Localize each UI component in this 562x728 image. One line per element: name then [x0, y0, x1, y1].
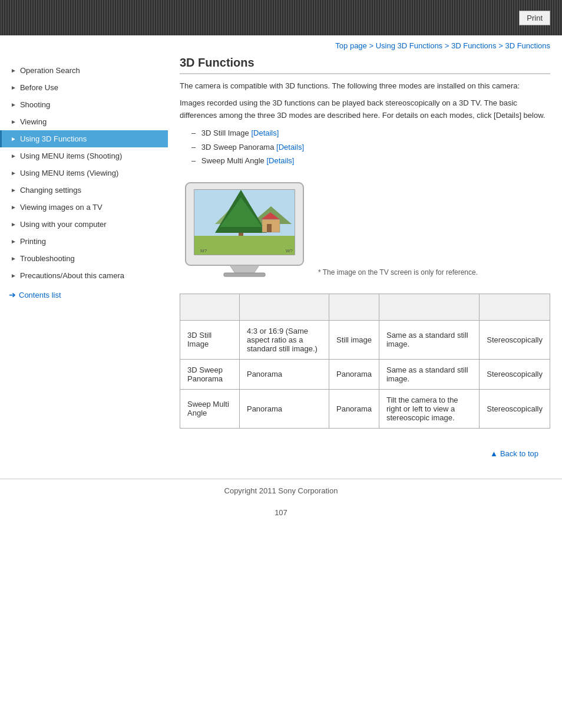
arrow-icon: ►	[11, 84, 16, 91]
page-title: 3D Functions	[180, 56, 550, 74]
table-cell: Panorama	[329, 359, 379, 389]
sidebar-item-label: Troubleshooting	[20, 254, 75, 263]
breadcrumb-sep3: >	[498, 41, 505, 50]
breadcrumb-3d-functions[interactable]: 3D Functions	[451, 41, 497, 50]
table-cell: Stereoscopically	[480, 389, 550, 428]
details-link-still[interactable]: [Details]	[251, 129, 279, 137]
sidebar-item-viewing-tv[interactable]: ► Viewing images on a TV	[0, 199, 168, 216]
table-cell: 3D Sweep Panorama	[180, 359, 240, 389]
copyright-text: Copyright 2011 Sony Corporation	[224, 486, 338, 495]
sidebar-item-using-computer[interactable]: ► Using with your computer	[0, 216, 168, 233]
tv-note: * The image on the TV screen is only for…	[318, 268, 478, 276]
table-cell: Panorama	[329, 389, 379, 428]
sidebar-item-label: Precautions/About this camera	[20, 271, 124, 280]
sidebar-item-label: Viewing	[20, 117, 47, 126]
sidebar-item-label: Using 3D Functions	[20, 134, 87, 143]
arrow-icon: ►	[11, 136, 16, 142]
print-button[interactable]: Print	[519, 11, 550, 25]
sidebar-item-troubleshooting[interactable]: ► Troubleshooting	[0, 250, 168, 267]
table-cell: Tilt the camera to the right or left to …	[379, 389, 479, 428]
breadcrumb-3d-functions-current[interactable]: 3D Functions	[505, 41, 550, 50]
table-header-row	[180, 294, 550, 320]
tv-image-section: M? W? * The image on the TV screen is on…	[180, 177, 550, 282]
svg-rect-12	[194, 236, 295, 255]
table-row: Sweep Multi Angle Panorama Panorama Tilt…	[180, 389, 550, 428]
tv-illustration: M? W?	[180, 177, 309, 280]
bullet-list: 3D Still Image [Details] 3D Sweep Panora…	[180, 126, 550, 167]
table-cell: Stereoscopically	[480, 320, 550, 359]
contents-list-link[interactable]: ➔ Contents list	[0, 284, 168, 305]
arrow-icon: ►	[11, 255, 16, 262]
table-cell: Panorama	[239, 389, 329, 428]
intro-para2: Images recorded using the 3D functions c…	[180, 97, 550, 122]
table-header-1	[180, 294, 240, 320]
sidebar-item-using-3d[interactable]: ► Using 3D Functions	[0, 130, 168, 147]
layout: ► Operation Search ► Before Use ► Shooti…	[0, 56, 562, 479]
breadcrumb-top-page[interactable]: Top page	[335, 41, 367, 50]
svg-text:M?: M?	[200, 248, 207, 253]
arrow-icon: ►	[11, 272, 16, 279]
sidebar-item-precautions[interactable]: ► Precautions/About this camera	[0, 267, 168, 284]
arrow-icon: ►	[11, 67, 16, 74]
svg-rect-11	[267, 224, 272, 232]
sidebar-item-shooting[interactable]: ► Shooting	[0, 96, 168, 113]
table-cell: Panorama	[239, 359, 329, 389]
details-link-multi[interactable]: [Details]	[266, 156, 294, 165]
contents-list-label: Contents list	[19, 291, 61, 299]
table-header-5	[480, 294, 550, 320]
arrow-icon: ►	[11, 170, 16, 176]
sidebar-item-viewing[interactable]: ► Viewing	[0, 113, 168, 130]
back-to-top-label: Back to top	[500, 449, 538, 458]
svg-text:W?: W?	[286, 248, 293, 253]
sidebar-item-label: Printing	[20, 237, 46, 246]
arrow-icon: ►	[11, 118, 16, 125]
sidebar-item-operation-search[interactable]: ► Operation Search	[0, 62, 168, 79]
table-cell: Same as a standard still image.	[379, 320, 479, 359]
breadcrumb-using-3d[interactable]: Using 3D Functions	[376, 41, 442, 50]
sidebar: ► Operation Search ► Before Use ► Shooti…	[0, 56, 168, 479]
details-link-panorama[interactable]: [Details]	[276, 143, 304, 151]
arrow-icon: ►	[11, 187, 16, 193]
table-cell: Sweep Multi Angle	[180, 389, 240, 428]
table-header-2	[239, 294, 329, 320]
sidebar-item-label: Viewing images on a TV	[20, 203, 103, 212]
sidebar-item-label: Operation Search	[20, 66, 80, 75]
sidebar-item-label: Before Use	[20, 83, 58, 92]
back-to-top-bar: ▲ Back to top	[180, 440, 550, 467]
footer: Copyright 2011 Sony Corporation	[0, 479, 562, 502]
table-row: 3D Still Image 4:3 or 16:9 (Same aspect …	[180, 320, 550, 359]
list-item-3d-still: 3D Still Image [Details]	[191, 126, 550, 140]
data-table: 3D Still Image 4:3 or 16:9 (Same aspect …	[180, 294, 550, 429]
table-header-4	[379, 294, 479, 320]
table-cell: 3D Still Image	[180, 320, 240, 359]
arrow-icon: ►	[11, 153, 16, 159]
table-cell: Still image	[329, 320, 379, 359]
sidebar-item-using-menu-viewing[interactable]: ► Using MENU items (Viewing)	[0, 164, 168, 182]
intro-para1: The camera is compatible with 3D functio…	[180, 80, 550, 93]
table-header-3	[329, 294, 379, 320]
back-to-top-icon: ▲	[490, 449, 498, 458]
list-item-sweep-multi: Sweep Multi Angle [Details]	[191, 154, 550, 167]
sidebar-item-using-menu-shooting[interactable]: ► Using MENU items (Shooting)	[0, 147, 168, 164]
arrow-icon: ►	[11, 101, 16, 108]
table-cell: 4:3 or 16:9 (Same aspect ratio as a stan…	[239, 320, 329, 359]
list-item-text: Sweep Multi Angle	[201, 156, 267, 165]
tv-image: M? W?	[180, 177, 309, 282]
sidebar-item-before-use[interactable]: ► Before Use	[0, 79, 168, 96]
table-cell: Same as a standard still image.	[379, 359, 479, 389]
arrow-right-icon: ➔	[9, 290, 16, 299]
arrow-icon: ►	[11, 238, 16, 245]
sidebar-item-label: Changing settings	[20, 186, 81, 195]
sidebar-item-changing-settings[interactable]: ► Changing settings	[0, 182, 168, 199]
page-number: 107	[0, 502, 562, 523]
sidebar-item-label: Using MENU items (Shooting)	[20, 151, 122, 160]
back-to-top-link[interactable]: ▲ Back to top	[490, 449, 538, 458]
breadcrumb-sep2: >	[445, 41, 451, 50]
sidebar-item-printing[interactable]: ► Printing	[0, 233, 168, 250]
list-item-sweep-panorama: 3D Sweep Panorama [Details]	[191, 140, 550, 154]
table-row: 3D Sweep Panorama Panorama Panorama Same…	[180, 359, 550, 389]
svg-rect-14	[224, 273, 265, 276]
sidebar-item-label: Using with your computer	[20, 220, 107, 229]
main-content: 3D Functions The camera is compatible wi…	[168, 56, 562, 479]
arrow-icon: ►	[11, 204, 16, 210]
